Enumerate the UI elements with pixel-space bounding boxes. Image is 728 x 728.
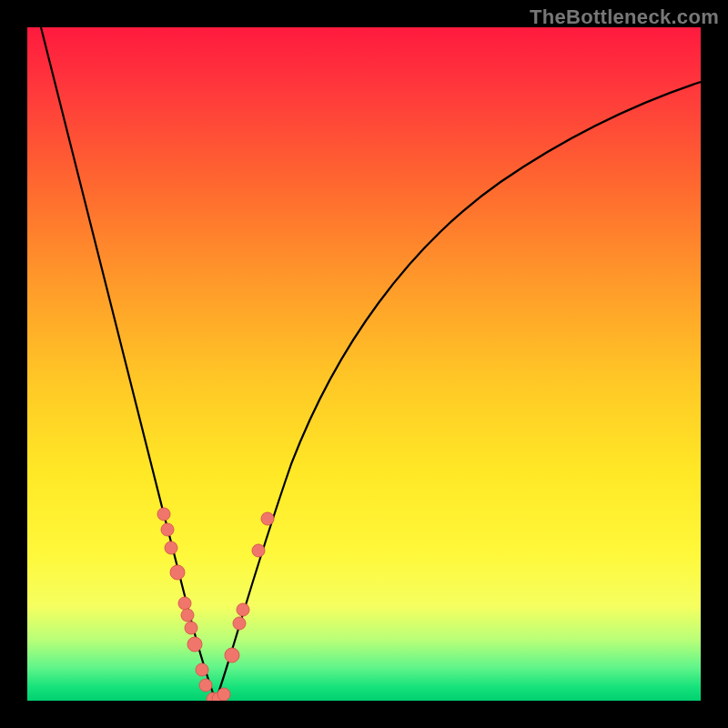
data-dot <box>225 648 239 662</box>
chart-frame: TheBottleneck.com <box>0 0 728 728</box>
data-dot <box>181 609 194 622</box>
data-dot <box>157 508 170 521</box>
data-dot <box>237 603 249 616</box>
data-dot <box>178 597 191 610</box>
plot-area <box>27 27 701 701</box>
data-dot <box>217 688 230 701</box>
data-dot <box>233 617 246 630</box>
watermark-text: TheBottleneck.com <box>530 5 719 29</box>
data-dot <box>187 637 202 652</box>
scatter-dots <box>157 508 274 701</box>
data-dot <box>261 512 274 525</box>
data-dot <box>199 679 212 692</box>
curve-layer <box>27 27 701 701</box>
data-dot <box>161 523 174 536</box>
data-dot <box>170 565 185 580</box>
data-dot <box>165 541 177 554</box>
data-dot <box>196 663 208 676</box>
data-dot <box>252 544 265 557</box>
data-dot <box>185 622 197 634</box>
right-branch-path <box>216 82 701 701</box>
